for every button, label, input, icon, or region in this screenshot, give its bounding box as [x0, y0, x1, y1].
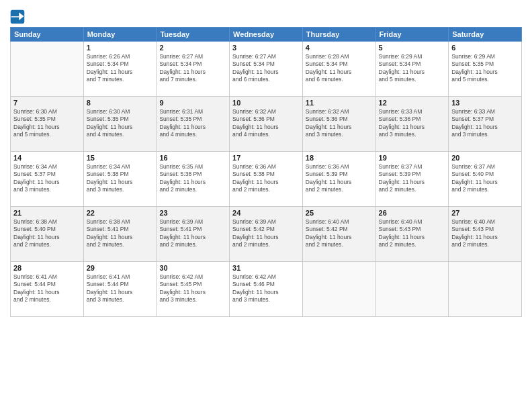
calendar-cell	[449, 262, 522, 317]
col-header-tuesday: Tuesday	[157, 28, 230, 42]
col-header-wednesday: Wednesday	[230, 28, 303, 42]
calendar-cell: 31Sunrise: 6:42 AM Sunset: 5:46 PM Dayli…	[230, 262, 303, 317]
cell-day-number: 26	[379, 209, 446, 217]
logo-icon	[10, 9, 25, 24]
calendar-cell: 3Sunrise: 6:27 AM Sunset: 5:34 PM Daylig…	[230, 42, 303, 97]
calendar-cell: 4Sunrise: 6:28 AM Sunset: 5:34 PM Daylig…	[302, 42, 375, 97]
calendar-cell: 7Sunrise: 6:30 AM Sunset: 5:35 PM Daylig…	[11, 97, 84, 152]
cell-info-text: Sunrise: 6:39 AM Sunset: 5:41 PM Dayligh…	[159, 218, 226, 249]
cell-info-text: Sunrise: 6:33 AM Sunset: 5:36 PM Dayligh…	[379, 108, 446, 139]
cell-info-text: Sunrise: 6:37 AM Sunset: 5:40 PM Dayligh…	[451, 163, 519, 194]
cell-info-text: Sunrise: 6:40 AM Sunset: 5:43 PM Dayligh…	[379, 218, 446, 249]
cell-info-text: Sunrise: 6:33 AM Sunset: 5:37 PM Dayligh…	[451, 108, 519, 139]
cell-info-text: Sunrise: 6:30 AM Sunset: 5:35 PM Dayligh…	[87, 108, 154, 139]
cell-day-number: 21	[13, 209, 81, 217]
calendar-cell: 10Sunrise: 6:32 AM Sunset: 5:36 PM Dayli…	[230, 97, 303, 152]
cell-day-number: 27	[451, 209, 519, 217]
cell-info-text: Sunrise: 6:28 AM Sunset: 5:34 PM Dayligh…	[306, 53, 373, 84]
calendar-cell	[375, 262, 449, 317]
cell-info-text: Sunrise: 6:38 AM Sunset: 5:41 PM Dayligh…	[87, 218, 154, 249]
calendar-cell: 8Sunrise: 6:30 AM Sunset: 5:35 PM Daylig…	[83, 97, 157, 152]
calendar-cell: 5Sunrise: 6:29 AM Sunset: 5:34 PM Daylig…	[375, 42, 449, 97]
calendar-cell: 19Sunrise: 6:37 AM Sunset: 5:39 PM Dayli…	[375, 152, 449, 207]
calendar-cell: 12Sunrise: 6:33 AM Sunset: 5:36 PM Dayli…	[375, 97, 449, 152]
cell-day-number: 11	[306, 99, 373, 107]
cell-day-number: 10	[232, 99, 300, 107]
cell-info-text: Sunrise: 6:34 AM Sunset: 5:38 PM Dayligh…	[87, 163, 154, 194]
calendar-cell: 13Sunrise: 6:33 AM Sunset: 5:37 PM Dayli…	[449, 97, 522, 152]
cell-day-number: 20	[451, 154, 519, 162]
cell-info-text: Sunrise: 6:40 AM Sunset: 5:42 PM Dayligh…	[306, 218, 373, 249]
cell-info-text: Sunrise: 6:29 AM Sunset: 5:34 PM Dayligh…	[379, 53, 446, 84]
cell-info-text: Sunrise: 6:38 AM Sunset: 5:40 PM Dayligh…	[13, 218, 81, 249]
calendar-cell: 17Sunrise: 6:36 AM Sunset: 5:38 PM Dayli…	[230, 152, 303, 207]
calendar-cell: 29Sunrise: 6:41 AM Sunset: 5:44 PM Dayli…	[83, 262, 157, 317]
cell-day-number: 4	[306, 44, 373, 52]
calendar-cell: 20Sunrise: 6:37 AM Sunset: 5:40 PM Dayli…	[449, 152, 522, 207]
cell-info-text: Sunrise: 6:41 AM Sunset: 5:44 PM Dayligh…	[13, 273, 81, 304]
cell-info-text: Sunrise: 6:32 AM Sunset: 5:36 PM Dayligh…	[232, 108, 300, 139]
cell-day-number: 5	[379, 44, 446, 52]
cell-day-number: 18	[306, 154, 373, 162]
col-header-sunday: Sunday	[11, 28, 84, 42]
cell-info-text: Sunrise: 6:35 AM Sunset: 5:38 PM Dayligh…	[159, 163, 226, 194]
col-header-saturday: Saturday	[449, 28, 522, 42]
cell-day-number: 14	[13, 154, 81, 162]
calendar-cell: 11Sunrise: 6:32 AM Sunset: 5:36 PM Dayli…	[302, 97, 375, 152]
cell-day-number: 15	[87, 154, 154, 162]
calendar-cell	[11, 42, 84, 97]
calendar-cell: 15Sunrise: 6:34 AM Sunset: 5:38 PM Dayli…	[83, 152, 157, 207]
cell-day-number: 25	[306, 209, 373, 217]
cell-day-number: 22	[87, 209, 154, 217]
cell-day-number: 19	[379, 154, 446, 162]
cell-day-number: 16	[159, 154, 226, 162]
page: SundayMondayTuesdayWednesdayThursdayFrid…	[0, 0, 532, 411]
calendar-cell	[302, 262, 375, 317]
cell-info-text: Sunrise: 6:37 AM Sunset: 5:39 PM Dayligh…	[379, 163, 446, 194]
cell-info-text: Sunrise: 6:39 AM Sunset: 5:42 PM Dayligh…	[232, 218, 300, 249]
calendar-week-row: 1Sunrise: 6:26 AM Sunset: 5:34 PM Daylig…	[11, 42, 522, 97]
cell-info-text: Sunrise: 6:32 AM Sunset: 5:36 PM Dayligh…	[306, 108, 373, 139]
calendar-cell: 28Sunrise: 6:41 AM Sunset: 5:44 PM Dayli…	[11, 262, 84, 317]
cell-info-text: Sunrise: 6:31 AM Sunset: 5:35 PM Dayligh…	[159, 108, 226, 139]
calendar-cell: 26Sunrise: 6:40 AM Sunset: 5:43 PM Dayli…	[375, 207, 449, 262]
calendar-week-row: 28Sunrise: 6:41 AM Sunset: 5:44 PM Dayli…	[11, 262, 522, 317]
cell-day-number: 24	[232, 209, 300, 217]
cell-info-text: Sunrise: 6:41 AM Sunset: 5:44 PM Dayligh…	[87, 273, 154, 304]
header	[10, 7, 522, 24]
cell-day-number: 3	[232, 44, 300, 52]
cell-info-text: Sunrise: 6:42 AM Sunset: 5:45 PM Dayligh…	[159, 273, 226, 304]
cell-day-number: 7	[13, 99, 81, 107]
calendar-cell: 27Sunrise: 6:40 AM Sunset: 5:43 PM Dayli…	[449, 207, 522, 262]
cell-info-text: Sunrise: 6:42 AM Sunset: 5:46 PM Dayligh…	[232, 273, 300, 304]
cell-info-text: Sunrise: 6:30 AM Sunset: 5:35 PM Dayligh…	[13, 108, 81, 139]
calendar-week-row: 21Sunrise: 6:38 AM Sunset: 5:40 PM Dayli…	[11, 207, 522, 262]
cell-day-number: 12	[379, 99, 446, 107]
logo	[10, 9, 26, 24]
cell-day-number: 8	[87, 99, 154, 107]
cell-day-number: 2	[159, 44, 226, 52]
calendar-cell: 6Sunrise: 6:29 AM Sunset: 5:35 PM Daylig…	[449, 42, 522, 97]
cell-info-text: Sunrise: 6:34 AM Sunset: 5:37 PM Dayligh…	[13, 163, 81, 194]
cell-day-number: 9	[159, 99, 226, 107]
col-header-friday: Friday	[375, 28, 449, 42]
calendar-cell: 24Sunrise: 6:39 AM Sunset: 5:42 PM Dayli…	[230, 207, 303, 262]
calendar-week-row: 14Sunrise: 6:34 AM Sunset: 5:37 PM Dayli…	[11, 152, 522, 207]
cell-day-number: 1	[87, 44, 154, 52]
calendar-cell: 2Sunrise: 6:27 AM Sunset: 5:34 PM Daylig…	[157, 42, 230, 97]
calendar-week-row: 7Sunrise: 6:30 AM Sunset: 5:35 PM Daylig…	[11, 97, 522, 152]
cell-day-number: 31	[232, 264, 300, 272]
calendar-cell: 9Sunrise: 6:31 AM Sunset: 5:35 PM Daylig…	[157, 97, 230, 152]
cell-day-number: 29	[87, 264, 154, 272]
cell-info-text: Sunrise: 6:27 AM Sunset: 5:34 PM Dayligh…	[159, 53, 226, 84]
cell-info-text: Sunrise: 6:40 AM Sunset: 5:43 PM Dayligh…	[451, 218, 519, 249]
calendar-cell: 25Sunrise: 6:40 AM Sunset: 5:42 PM Dayli…	[302, 207, 375, 262]
calendar-table: SundayMondayTuesdayWednesdayThursdayFrid…	[10, 27, 522, 317]
calendar-cell: 22Sunrise: 6:38 AM Sunset: 5:41 PM Dayli…	[83, 207, 157, 262]
calendar-cell: 21Sunrise: 6:38 AM Sunset: 5:40 PM Dayli…	[11, 207, 84, 262]
cell-info-text: Sunrise: 6:36 AM Sunset: 5:39 PM Dayligh…	[306, 163, 373, 194]
cell-info-text: Sunrise: 6:26 AM Sunset: 5:34 PM Dayligh…	[87, 53, 154, 84]
cell-day-number: 28	[13, 264, 81, 272]
calendar-cell: 14Sunrise: 6:34 AM Sunset: 5:37 PM Dayli…	[11, 152, 84, 207]
cell-info-text: Sunrise: 6:27 AM Sunset: 5:34 PM Dayligh…	[232, 53, 300, 84]
